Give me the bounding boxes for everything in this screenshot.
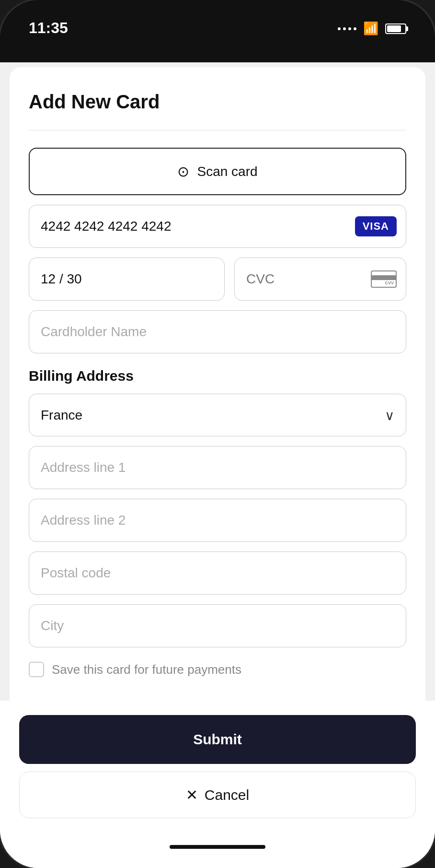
cancel-label: Cancel (205, 787, 249, 803)
cancel-button[interactable]: ✕ Cancel (19, 772, 416, 818)
cvc-wrapper (234, 258, 406, 301)
card-number-input[interactable] (29, 205, 406, 248)
billing-section-label: Billing Address (29, 368, 406, 384)
signal-dots-icon (338, 27, 356, 30)
save-card-checkbox[interactable] (29, 662, 44, 677)
scan-card-button[interactable]: ⊙ Scan card (29, 148, 406, 195)
battery-icon (385, 23, 406, 34)
expiry-cvc-row (29, 258, 406, 301)
country-select[interactable]: France Germany United States United King… (29, 394, 406, 436)
phone-screen: Add New Card ⊙ Scan card VISA (0, 62, 435, 868)
visa-badge: VISA (355, 216, 397, 236)
card-container: Add New Card ⊙ Scan card VISA (10, 67, 425, 701)
submit-button[interactable]: Submit (19, 715, 416, 764)
bottom-buttons: Submit ✕ Cancel (0, 701, 435, 837)
address-line2-input[interactable] (29, 499, 406, 542)
home-indicator (170, 845, 265, 849)
card-number-wrapper: VISA (29, 205, 406, 248)
save-card-row: Save this card for future payments (29, 657, 406, 682)
scan-card-label: Scan card (197, 164, 257, 179)
divider (29, 130, 406, 130)
expiry-input[interactable] (29, 258, 225, 301)
status-bar: 11:35 📶 (0, 0, 435, 62)
status-time: 11:35 (29, 19, 68, 37)
save-card-label: Save this card for future payments (52, 662, 241, 677)
camera-icon: ⊙ (177, 163, 189, 180)
wifi-icon: 📶 (363, 21, 378, 36)
phone-frame: 11:35 📶 Add New Card ⊙ Scan card (0, 0, 435, 868)
cardholder-name-input[interactable] (29, 310, 406, 353)
country-select-wrapper: France Germany United States United King… (29, 394, 406, 436)
status-icons: 📶 (338, 19, 406, 36)
postal-code-input[interactable] (29, 551, 406, 595)
form-section: ⊙ Scan card VISA (29, 148, 406, 701)
cvv-icon (371, 270, 397, 288)
city-input[interactable] (29, 604, 406, 647)
address-line1-input[interactable] (29, 446, 406, 489)
x-icon: ✕ (186, 786, 198, 803)
page-title: Add New Card (29, 91, 406, 113)
